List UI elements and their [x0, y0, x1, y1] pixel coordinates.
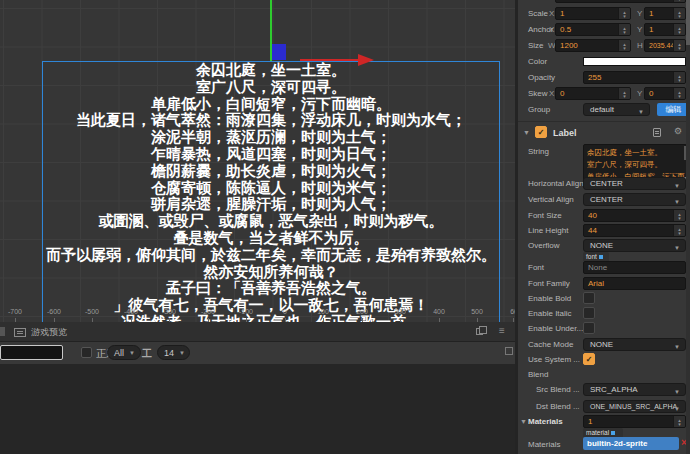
spinner[interactable]: ▴▾	[618, 8, 630, 19]
gizmo-x-arrow-icon[interactable]	[358, 54, 374, 66]
tab-fragment[interactable]	[0, 327, 5, 336]
spinner[interactable]: ▴▾	[673, 8, 685, 19]
materials-count-input[interactable]: 1 ▴▾	[583, 415, 686, 428]
collapse-caret-icon[interactable]: ▼	[520, 418, 527, 425]
size-row: Size W 1200 ▴▾ H 2035.44 ▴▾	[518, 38, 690, 54]
ruler-label: 100	[310, 308, 336, 315]
use-system-font-row: Use System ... ✓	[518, 352, 690, 368]
dst-blend-row: Dst Blend ... ONE_MINUS_SRC_ALPHA ▼	[518, 399, 690, 415]
font-size-dropdown[interactable]: 14 ▼	[157, 345, 190, 360]
scrollbar-thumb[interactable]	[686, 0, 690, 45]
inspector-scrollbar[interactable]	[686, 0, 690, 454]
cache-mode-dropdown[interactable]: NONE ▼	[583, 338, 686, 351]
color-swatch[interactable]	[583, 57, 686, 66]
scale-x-input[interactable]: 1 ▴▾	[555, 7, 631, 20]
enable-underline-checkbox[interactable]	[583, 322, 595, 334]
monitor-icon	[14, 328, 26, 337]
font-size-row: Font Size 40 ▴▾	[518, 208, 690, 224]
opacity-row: Opacity 255 ▴▾	[518, 70, 690, 86]
spinner[interactable]: ▴▾	[673, 225, 685, 236]
spinner[interactable]: ▴▾	[673, 0, 685, 2]
src-blend-row: Src Blend ... SRC_ALPHA ▼	[518, 382, 690, 398]
skew-y-input[interactable]: 0 ▴▾	[644, 87, 686, 100]
ruler-label: 0	[272, 308, 298, 315]
label-enabled-checkbox[interactable]: ✓	[535, 126, 547, 138]
popout-icon[interactable]	[476, 328, 483, 335]
enable-italic-checkbox[interactable]	[583, 307, 595, 319]
font-size-input[interactable]: 40 ▴▾	[583, 209, 686, 222]
ruler-label: 600	[503, 308, 515, 315]
menu-icon[interactable]: ≡	[499, 325, 505, 336]
inspector-panel: Rotation ▴▾ Scale X 1 ▴▾ Y 1 ▴▾ Anchor X	[518, 0, 690, 454]
ruler-label: 400	[426, 308, 452, 315]
chevron-down-icon: ▼	[179, 350, 185, 356]
tab-label: 游戏预览	[31, 326, 67, 339]
console-panel: 游戏预览 ≡ 正则 All ▼ 工 14 ▼	[0, 322, 515, 454]
spinner[interactable]: ▴▾	[673, 40, 685, 51]
spinner[interactable]: ▴▾	[673, 88, 685, 99]
ruler-label: -500	[79, 308, 105, 315]
material-asset-chip: material	[583, 428, 623, 437]
font-family-input[interactable]: Arial	[583, 277, 686, 290]
material-asset-field[interactable]: builtin-2d-sprite	[583, 437, 679, 450]
console-clear-icon[interactable]	[505, 347, 513, 355]
scale-y-input[interactable]: 1 ▴▾	[644, 7, 686, 20]
spinner[interactable]: ▴▾	[673, 416, 685, 427]
asset-link-icon[interactable]	[611, 431, 615, 435]
tab-game-preview[interactable]: 游戏预览	[14, 322, 67, 342]
anchor-row: Anchor X 0.5 ▴▾ Y 1 ▴▾	[518, 22, 690, 38]
vertical-align-row: Vertical Align CENTER ▼	[518, 192, 690, 208]
font-family-row: Font Family Arial	[518, 276, 690, 292]
spinner[interactable]: ▴▾	[618, 88, 630, 99]
gear-icon[interactable]: ⚙	[674, 126, 682, 136]
docs-icon[interactable]	[653, 128, 661, 137]
console-search-input[interactable]	[0, 345, 63, 360]
spinner[interactable]: ▴▾	[673, 210, 685, 221]
font-row: Font None	[518, 260, 690, 276]
spinner[interactable]: ▴▾	[673, 72, 685, 83]
regex-checkbox[interactable]	[81, 347, 92, 358]
anchor-x-input[interactable]: 0.5 ▴▾	[555, 23, 631, 36]
chevron-down-icon: ▼	[638, 107, 644, 118]
ruler-label: 300	[387, 308, 413, 315]
skew-x-input[interactable]: 0 ▴▾	[555, 87, 631, 100]
scene-view[interactable]: 余囚北庭，坐一土室。 室广八尺，深可四寻。 单扉低小，白间短窄，污下而幽暗。 当…	[0, 0, 515, 322]
console-tabbar: 游戏预览 ≡	[0, 322, 515, 342]
vertical-align-dropdown[interactable]: CENTER ▼	[583, 193, 686, 206]
enable-bold-checkbox[interactable]	[583, 292, 595, 304]
collapse-caret-icon[interactable]: ▼	[523, 129, 530, 136]
opacity-input[interactable]: 255 ▴▾	[583, 71, 686, 84]
asset-link-icon[interactable]	[599, 255, 603, 259]
horizontal-align-dropdown[interactable]: CENTER ▼	[583, 177, 686, 190]
chevron-down-icon: ▼	[674, 387, 680, 398]
console-toolbar: 正则 All ▼ 工 14 ▼	[0, 342, 515, 364]
rotation-input[interactable]: ▴▾	[555, 0, 686, 3]
cache-mode-row: Cache Mode NONE ▼	[518, 337, 690, 353]
dst-blend-dropdown[interactable]: ONE_MINUS_SRC_ALPHA ▼	[583, 400, 686, 413]
label-component-header[interactable]: ▼ ✓ Label ⚙	[518, 125, 690, 141]
group-dropdown[interactable]: default ▼	[583, 103, 650, 116]
spinner[interactable]: ▴▾	[618, 40, 630, 51]
use-system-font-checkbox[interactable]: ✓	[583, 353, 595, 365]
size-w-input[interactable]: 1200 ▴▾	[555, 39, 631, 52]
ruler-label: -400	[118, 308, 144, 315]
spinner[interactable]: ▴▾	[673, 24, 685, 35]
ruler-label: 500	[464, 308, 490, 315]
size-h-input[interactable]: 2035.44 ▴▾	[644, 39, 686, 52]
line-height-input[interactable]: 44 ▴▾	[583, 224, 686, 237]
log-filter-dropdown[interactable]: All ▼	[107, 345, 141, 360]
enable-underline-row: Enable Under...	[518, 321, 690, 337]
font-asset-field[interactable]: None	[583, 261, 686, 274]
ruler-label: -300	[156, 308, 182, 315]
line-height-row: Line Height 44 ▴▾	[518, 223, 690, 239]
separator	[518, 121, 690, 122]
gizmo-xy-handle[interactable]	[272, 44, 286, 60]
overflow-dropdown[interactable]: NONE ▼	[583, 239, 686, 252]
gizmo-x-axis[interactable]	[300, 59, 360, 61]
spinner[interactable]: ▴▾	[618, 24, 630, 35]
chevron-down-icon: ▼	[674, 243, 680, 254]
anchor-y-input[interactable]: 1 ▴▾	[644, 23, 686, 36]
horizontal-align-row: Horizontal Align CENTER ▼	[518, 176, 690, 192]
ruler-label: -200	[195, 308, 221, 315]
src-blend-dropdown[interactable]: SRC_ALPHA ▼	[583, 383, 686, 396]
